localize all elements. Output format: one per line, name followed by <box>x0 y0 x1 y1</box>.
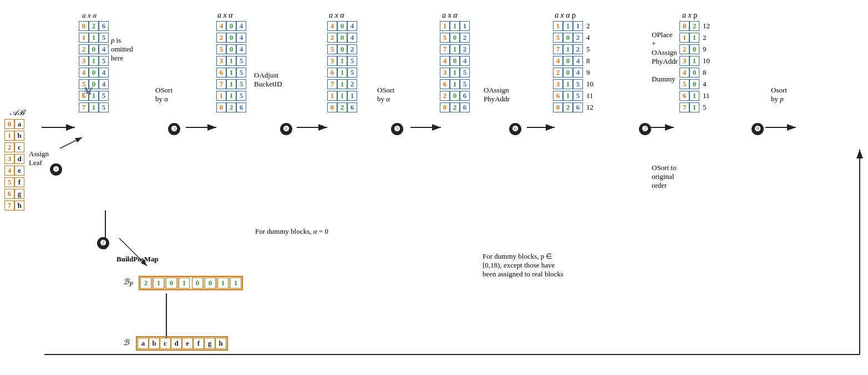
osort-p-label: Osortby p <box>771 86 787 104</box>
col6-header: a x α p <box>555 11 576 20</box>
svg-line-13 <box>60 137 82 148</box>
step4-circle: ❹ <box>280 123 292 135</box>
oadjust-label: OAdjustBucketID <box>254 71 282 89</box>
B-values: a b c d e f g h <box>136 336 228 351</box>
oplace-label: OPlace+OAssignPhyAddrDummy <box>652 30 678 84</box>
oassign-label: OAssignPhyAddr <box>484 86 510 104</box>
main-container: 𝒜ℬ 0 a 1 b 2 c 3 d 4 e 5 f 6 g <box>0 0 868 375</box>
step3-circle: ❸ <box>168 123 180 135</box>
col7-header: a x p <box>682 11 697 20</box>
step2-circle: ❷ <box>97 237 109 249</box>
step1-circle: ❶ <box>50 163 62 176</box>
osort-alpha1-label: OSortby α <box>155 86 172 104</box>
osort-original-label: OSort tooriginalorder <box>652 163 676 190</box>
step6-circle: ❻ <box>509 123 521 135</box>
dummy-alpha-label: For dummy blocks, α = 0 <box>255 227 328 236</box>
dummy-p-label: For dummy blocks, p ∈[0,18), except thos… <box>483 252 564 279</box>
step5-circle: ❺ <box>391 123 403 135</box>
M-column: 0 2 6 1 1 5 2 0 4 3 1 5 4 0 4 5 0 4 <box>79 21 109 112</box>
step7-circle: ❼ <box>639 123 651 135</box>
col5-header: a x α <box>442 11 458 20</box>
ab-column: 0 a 1 b 2 c 3 d 4 e 5 f 6 g 7 h <box>4 119 24 210</box>
col4-header: a x α <box>329 11 344 20</box>
col5-data: 1 1 1 5 0 2 7 1 2 4 0 4 3 1 5 6 1 5 <box>440 21 470 112</box>
p-omitted-label: p isomittedhere <box>111 36 133 63</box>
M-header-axa: a x α <box>82 11 97 20</box>
col3-data: 4 0 4 2 0 4 5 0 4 3 1 5 6 1 5 7 1 5 <box>216 21 246 112</box>
BP-values: 2 1 0 1 0 0 1 1 <box>139 276 243 290</box>
buildposmap-label: BuildPosMap <box>116 255 159 264</box>
ab-header: 𝒜ℬ <box>10 108 25 117</box>
col4-data: 4 0 4 2 0 4 5 0 2 3 1 5 6 1 5 7 1 2 <box>327 21 357 112</box>
col3-header: a x α <box>217 11 233 20</box>
B-label: ℬ <box>123 338 129 347</box>
assign-leaf-label: AssignLeaf <box>29 150 49 167</box>
col6-data: 1 1 1 2 5 0 2 4 7 1 2 5 4 0 <box>553 21 593 112</box>
osort-alpha2-label: OSortby α <box>377 86 394 104</box>
step8-circle: ❽ <box>752 123 764 135</box>
col7-data: 0 2 12 1 1 2 2 0 9 3 1 10 <box>679 21 710 112</box>
BP-label: ℬP <box>123 277 133 288</box>
